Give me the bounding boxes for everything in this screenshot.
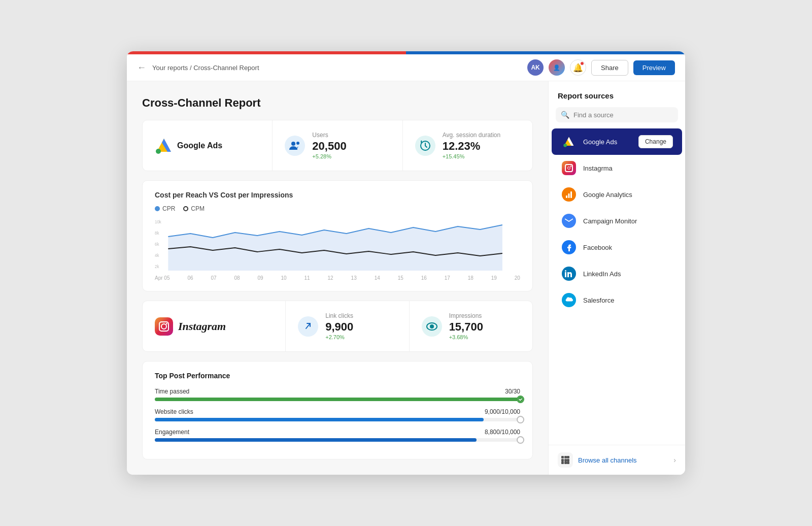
search-icon: 🔍: [561, 111, 569, 119]
google-ads-icon: [563, 136, 575, 148]
svg-rect-28: [567, 459, 569, 462]
top-bar: ← Your reports / Cross-Channel Report AK…: [127, 54, 685, 81]
x-label-2: 07: [211, 275, 216, 281]
svg-point-13: [518, 397, 523, 402]
svg-rect-19: [570, 191, 572, 198]
sidebar-item-linkedin-ads[interactable]: LinkedIn Ads: [552, 260, 682, 287]
top-bar-right: AK 👤 🔔 Share Preview: [527, 59, 675, 76]
browse-channels-button[interactable]: Browse all channels ›: [549, 445, 685, 475]
campaign-monitor-source-icon: [561, 213, 577, 229]
cpm-dot: [183, 206, 188, 211]
x-label-9: 14: [375, 275, 380, 281]
back-button[interactable]: ←: [137, 62, 146, 73]
perf-row-time-header: Time passed 30/30: [155, 388, 520, 395]
salesforce-source-name: Salesforce: [583, 297, 614, 304]
website-clicks-label: Website clicks: [155, 408, 193, 415]
svg-text:8k: 8k: [155, 230, 159, 236]
avg-session-label: Avg. session duration: [443, 132, 501, 139]
impressions-metric-info: Impressions 15,700 +3.68%: [449, 312, 483, 340]
instagram-inner-icon: [159, 321, 169, 332]
x-label-10: 15: [398, 275, 403, 281]
source-search-input[interactable]: [573, 111, 673, 119]
engagement-track: [155, 438, 520, 442]
main-content: Cross-Channel Report Google Ads: [127, 81, 685, 475]
impressions-value: 15,700: [449, 320, 483, 334]
google-ads-logo-icon: [155, 137, 173, 155]
search-bar[interactable]: 🔍: [556, 107, 678, 122]
x-label-7: 12: [328, 275, 333, 281]
x-label-5: 10: [281, 275, 287, 281]
x-label-13: 18: [468, 275, 473, 281]
google-ads-metric-row: Google Ads Users 20,500: [142, 120, 533, 171]
svg-rect-26: [561, 459, 564, 462]
avg-session-metric-cell: Avg. session duration 12.23% +15.45%: [403, 120, 532, 171]
x-label-15: 20: [515, 275, 520, 281]
instagram-brand-cell: Instagram: [143, 301, 286, 351]
avatar-user: 👤: [549, 59, 565, 76]
sidebar-item-google-ads[interactable]: Google Ads Change: [552, 128, 682, 155]
website-clicks-track: [155, 418, 520, 421]
x-label-11: 16: [421, 275, 427, 281]
google-analytics-source-icon: [561, 186, 577, 203]
perf-row-engagement: Engagement 8,800/10,000: [155, 429, 520, 442]
sidebar-item-facebook[interactable]: Facebook: [552, 234, 682, 260]
instagram-source-name: Instagrma: [583, 165, 613, 172]
report-area: Cross-Channel Report Google Ads: [127, 81, 548, 475]
x-label-12: 17: [445, 275, 450, 281]
share-button[interactable]: Share: [591, 60, 628, 76]
engagement-value: 8,800/10,000: [485, 429, 520, 436]
sidebar-item-salesforce[interactable]: Salesforce: [552, 287, 682, 313]
perf-row-website-header: Website clicks 9,000/10,000: [155, 408, 520, 415]
checkmark-icon: [518, 397, 523, 402]
time-passed-label: Time passed: [155, 388, 189, 395]
google-ads-source-icon: [561, 134, 577, 150]
impressions-icon: [422, 316, 442, 337]
legend-cpr: CPR: [155, 205, 175, 212]
users-label: Users: [312, 132, 346, 139]
google-analytics-source-name: Google Analytics: [583, 191, 632, 199]
impressions-metric-cell: Impressions 15,700 +3.68%: [410, 301, 532, 351]
svg-rect-21: [565, 272, 566, 277]
svg-rect-17: [566, 195, 567, 198]
x-label-3: 08: [234, 275, 240, 281]
svg-rect-27: [564, 459, 567, 462]
sidebar-title: Report sources: [549, 91, 685, 107]
linkedin-ads-source-icon: [561, 266, 577, 282]
performance-title: Top Post Performance: [155, 372, 520, 380]
svg-rect-23: [561, 456, 564, 458]
link-clicks-change: +2.70%: [325, 334, 353, 340]
sidebar-item-campaign-monitor[interactable]: Campaign Monitor: [552, 208, 682, 234]
sidebar-item-instagram[interactable]: Instagrma: [552, 155, 682, 181]
preview-button[interactable]: Preview: [633, 60, 675, 75]
google-ads-change-button[interactable]: Change: [638, 135, 673, 148]
engagement-fill: [155, 438, 477, 442]
facebook-source-icon: [561, 239, 577, 255]
browse-icon: [558, 452, 573, 468]
users-change: +5.28%: [312, 153, 346, 159]
users-icon: [285, 136, 305, 156]
x-label-14: 19: [491, 275, 497, 281]
report-title: Cross-Channel Report: [142, 96, 533, 110]
svg-point-2: [156, 149, 161, 154]
chart-card: Cost per Reach VS Cost per Impressions C…: [142, 180, 533, 291]
sidebar-item-google-analytics[interactable]: Google Analytics: [552, 181, 682, 208]
x-label-0: Apr 05: [155, 275, 170, 281]
notifications-button[interactable]: 🔔: [570, 59, 586, 76]
svg-rect-20: [565, 218, 573, 224]
instagram-icon: [155, 317, 173, 336]
performance-card: Top Post Performance Time passed 30/30: [142, 361, 533, 459]
time-passed-value: 30/30: [505, 388, 520, 395]
instagram-metric-row: Instagram Link clicks 9,900 +2.70%: [142, 301, 533, 352]
users-value: 20,500: [312, 140, 346, 153]
cpr-label: CPR: [162, 205, 175, 212]
chart-x-labels: Apr 05 06 07 08 09 10 11 12 13 14 15 16 …: [155, 275, 520, 281]
time-passed-track: [155, 398, 520, 401]
google-ads-brand-label: Google Ads: [177, 141, 222, 150]
users-metric-info: Users 20,500 +5.28%: [312, 132, 346, 159]
svg-point-16: [563, 144, 567, 147]
browse-arrow-icon: ›: [673, 456, 676, 464]
sidebar: Report sources 🔍 Google Ads Change: [548, 81, 685, 475]
top-bar-left: ← Your reports / Cross-Channel Report: [137, 62, 259, 73]
perf-row-website: Website clicks 9,000/10,000: [155, 408, 520, 421]
svg-rect-24: [564, 456, 567, 458]
